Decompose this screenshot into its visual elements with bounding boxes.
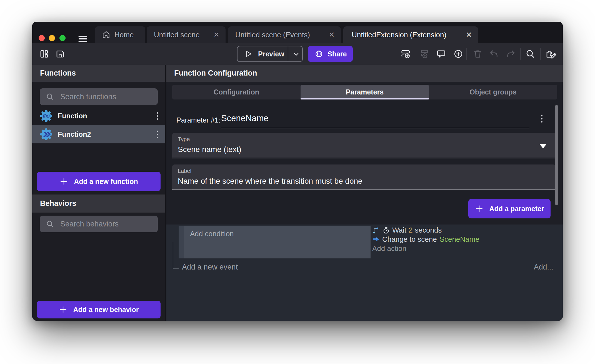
- comment-icon[interactable]: [436, 49, 446, 59]
- add-event-icon[interactable]: [401, 49, 411, 59]
- kebab-menu-icon[interactable]: [157, 112, 158, 120]
- add-new-behavior-button[interactable]: Add a new behavior: [37, 301, 161, 318]
- label-input[interactable]: Label Name of the scene where the transi…: [172, 164, 556, 190]
- event-actions: Wait 2 seconds Change to scene SceneName: [372, 226, 479, 253]
- wait-text: Wait: [392, 226, 406, 235]
- parameter-name-underline: [221, 128, 529, 128]
- parameter-kebab-menu-icon[interactable]: [541, 115, 542, 123]
- tab-label: Parameters: [346, 88, 384, 96]
- wait-action-row[interactable]: Wait 2 seconds: [372, 226, 479, 235]
- panel-title: Function Configuration: [166, 65, 563, 82]
- wait-suffix: seconds: [415, 226, 442, 235]
- kebab-menu-icon[interactable]: [157, 131, 158, 138]
- tab-parameters[interactable]: Parameters: [301, 85, 429, 99]
- add-action-button[interactable]: Add action: [372, 244, 479, 253]
- search-icon[interactable]: [525, 49, 535, 59]
- tab-label: UntitledExtension (Extension): [352, 31, 446, 39]
- add-subevent-icon[interactable]: [419, 49, 429, 59]
- play-icon: [244, 50, 252, 58]
- tab-untitled-extension[interactable]: UntitledExtension (Extension) ✕: [343, 26, 478, 43]
- function-chevrons-gear-icon: [40, 128, 53, 141]
- zoom-window-button[interactable]: [59, 35, 66, 41]
- add-condition-area[interactable]: Add condition: [184, 226, 371, 258]
- tab-label: Untitled scene: [154, 31, 200, 39]
- change-scene-arrow-icon: [372, 236, 380, 243]
- add-new-function-label: Add a new function: [74, 178, 138, 186]
- desktop-background: Home Untitled scene ✕ Untitled scene (Ev…: [0, 0, 595, 364]
- function-item-label: Function2: [58, 130, 91, 138]
- preview-button[interactable]: Preview: [237, 46, 303, 62]
- svg-text:f(x): f(x): [43, 114, 49, 118]
- tab-label: Untitled scene (Events): [235, 31, 310, 39]
- event-bracket: [173, 242, 179, 269]
- extension-edit-icon[interactable]: [545, 49, 557, 59]
- label-field-value: Name of the scene where the transition m…: [178, 177, 362, 186]
- tab-untitled-scene-events[interactable]: Untitled scene (Events) ✕: [228, 26, 341, 43]
- layout-columns-icon[interactable]: [39, 49, 49, 59]
- plus-icon: [59, 177, 68, 186]
- search-functions-field[interactable]: [60, 93, 159, 101]
- add-new-event-button[interactable]: Add a new event: [182, 263, 238, 271]
- function-list-item-selected[interactable]: Function2: [32, 125, 165, 143]
- search-behaviors-input[interactable]: [40, 216, 158, 232]
- add-more-button[interactable]: Add...: [534, 263, 553, 271]
- scene-name-param: SceneName: [440, 235, 479, 244]
- globe-icon: [315, 50, 323, 58]
- add-new-behavior-label: Add a new behavior: [73, 306, 139, 314]
- save-icon[interactable]: [55, 49, 65, 59]
- preview-label: Preview: [258, 50, 284, 58]
- type-select[interactable]: Type Scene name (text): [172, 133, 556, 158]
- menu-icon[interactable]: [77, 34, 89, 44]
- search-behaviors-field[interactable]: [60, 220, 159, 228]
- share-label: Share: [328, 50, 347, 58]
- change-scene-text: Change to scene: [382, 235, 437, 244]
- divider: [288, 46, 288, 61]
- functions-section-header: Functions: [32, 65, 165, 82]
- configuration-tab-bar: Configuration Parameters Object groups: [172, 85, 557, 99]
- close-tab-icon[interactable]: ✕: [213, 31, 219, 39]
- add-circle-icon[interactable]: [453, 49, 463, 59]
- add-new-function-button[interactable]: Add a new function: [37, 172, 161, 191]
- tab-label: Home: [114, 31, 134, 39]
- tab-home[interactable]: Home: [95, 26, 145, 43]
- close-tab-icon[interactable]: ✕: [329, 31, 335, 39]
- add-condition-label: Add condition: [190, 230, 234, 238]
- parameter-name-field[interactable]: SceneName: [221, 113, 269, 123]
- plus-icon: [475, 204, 484, 213]
- dropdown-caret-icon: [539, 144, 547, 148]
- events-sheet: Add condition Wait 2 seconds: [166, 225, 563, 321]
- label-field-label: Label: [178, 168, 191, 174]
- sidebar: Functions f(x) Function: [32, 65, 165, 321]
- chevron-down-icon[interactable]: [292, 50, 300, 58]
- divider: [520, 48, 521, 60]
- minimize-window-button[interactable]: [49, 35, 55, 41]
- toolbar: Preview Share: [32, 43, 563, 65]
- undo-icon[interactable]: [489, 49, 499, 59]
- close-window-button[interactable]: [39, 35, 45, 41]
- type-field-value: Scene name (text): [178, 145, 241, 154]
- tab-untitled-scene[interactable]: Untitled scene ✕: [147, 26, 226, 43]
- async-icon: [372, 226, 380, 234]
- close-tab-icon[interactable]: ✕: [466, 31, 472, 39]
- tab-object-groups[interactable]: Object groups: [429, 85, 557, 99]
- window-body: Functions f(x) Function: [32, 65, 563, 321]
- add-action-label: Add action: [372, 244, 406, 253]
- function-item-label: Function: [58, 112, 87, 120]
- search-functions-input[interactable]: [40, 88, 158, 105]
- trash-icon[interactable]: [473, 49, 483, 59]
- redo-icon[interactable]: [506, 49, 516, 59]
- add-parameter-button[interactable]: Add a parameter: [468, 199, 551, 218]
- change-scene-action-row[interactable]: Change to scene SceneName: [372, 235, 479, 244]
- function-list-item[interactable]: f(x) Function: [32, 107, 165, 125]
- tab-configuration[interactable]: Configuration: [172, 85, 301, 99]
- stopwatch-icon: [382, 226, 390, 234]
- parameter-row: Parameter #1: SceneName: [176, 112, 554, 128]
- add-parameter-label: Add a parameter: [489, 205, 544, 213]
- search-icon: [46, 220, 54, 228]
- title-bar: Home Untitled scene ✕ Untitled scene (Ev…: [32, 22, 563, 43]
- search-icon: [46, 93, 54, 101]
- event-drag-handle[interactable]: [179, 226, 184, 258]
- function-configuration-panel: Function Configuration Configuration Par…: [166, 65, 563, 321]
- share-button[interactable]: Share: [308, 46, 353, 62]
- scrollbar-thumb[interactable]: [555, 105, 558, 205]
